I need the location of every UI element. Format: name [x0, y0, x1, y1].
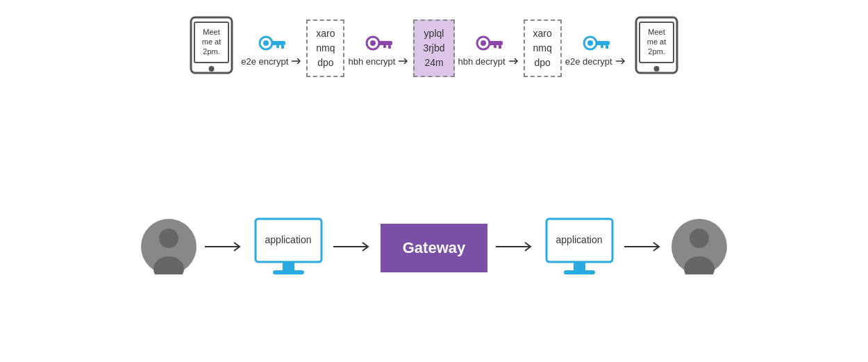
phone-right: Meet me at 2pm.: [631, 14, 683, 83]
bottom-flow: application Gateway: [0, 188, 868, 281]
svg-point-22: [587, 40, 593, 46]
person-left: [141, 219, 197, 277]
arrow-1: [203, 240, 245, 256]
svg-rect-13: [378, 41, 392, 45]
svg-rect-24: [606, 45, 608, 49]
hbh-enc-text: yplql 3rjbd 24m: [423, 28, 444, 68]
svg-rect-40: [574, 262, 585, 270]
bottom-section: application Gateway: [0, 188, 868, 362]
arrow-4: [623, 240, 665, 256]
svg-rect-15: [383, 45, 386, 48]
svg-rect-18: [489, 41, 503, 45]
svg-rect-37: [273, 270, 304, 274]
e2e-encrypted-box: xaro nmq dpo: [306, 19, 344, 77]
svg-point-2: [209, 66, 215, 72]
svg-text:me at: me at: [646, 38, 666, 46]
svg-point-33: [159, 229, 178, 248]
arrow-3: [494, 240, 536, 256]
diagram-container: Meet me at 2pm. e2e encrypt: [0, 0, 868, 362]
svg-rect-19: [499, 45, 501, 49]
svg-point-17: [481, 40, 486, 46]
person-right: [671, 219, 727, 277]
hbh-encrypt-label: hbh encrypt: [348, 56, 395, 67]
svg-rect-14: [388, 45, 391, 49]
gateway-box: Gateway: [381, 224, 488, 272]
svg-text:Meet: Meet: [203, 28, 220, 36]
svg-text:2pm.: 2pm.: [648, 47, 665, 56]
top-section: Meet me at 2pm. e2e encrypt: [0, 0, 868, 181]
svg-rect-36: [283, 262, 294, 270]
svg-rect-8: [272, 41, 285, 45]
hbh-decrypt-label: hbh decrypt: [458, 56, 506, 67]
svg-text:2pm.: 2pm.: [203, 47, 220, 56]
svg-text:application: application: [556, 234, 603, 245]
monitor-left: application: [252, 215, 325, 281]
gateway-label: Gateway: [403, 239, 466, 256]
hbh-encrypt-step: hbh encrypt: [348, 31, 410, 67]
svg-rect-10: [276, 45, 279, 48]
svg-rect-25: [601, 45, 603, 48]
svg-rect-41: [564, 270, 595, 274]
svg-point-12: [370, 40, 376, 46]
svg-text:Meet: Meet: [648, 28, 665, 36]
svg-point-44: [690, 229, 709, 248]
svg-rect-20: [494, 45, 496, 48]
svg-point-7: [263, 40, 269, 46]
hbh-decrypt-step: hbh decrypt: [458, 31, 520, 67]
e2e-enc-text: xaro nmq dpo: [316, 28, 335, 68]
e2e-enc-text-2: xaro nmq dpo: [533, 28, 552, 68]
e2e-encrypt-label: e2e encrypt: [241, 56, 288, 67]
hbh-encrypted-box: yplql 3rjbd 24m: [413, 19, 454, 77]
svg-rect-23: [596, 41, 610, 45]
e2e-encrypt-step: e2e encrypt: [241, 31, 303, 67]
svg-point-28: [653, 66, 659, 72]
arrow-2: [332, 240, 374, 256]
e2e-decrypt-step: e2e decrypt: [565, 31, 627, 67]
monitor-right: application: [543, 215, 616, 281]
svg-text:application: application: [265, 234, 311, 245]
e2e-decrypt-label: e2e decrypt: [565, 56, 612, 67]
svg-text:me at: me at: [202, 38, 222, 46]
phone-left: Meet me at 2pm.: [185, 14, 237, 83]
top-flow: Meet me at 2pm. e2e encrypt: [0, 0, 868, 83]
svg-rect-9: [281, 45, 284, 49]
e2e-encrypted-box-2: xaro nmq dpo: [524, 19, 562, 77]
